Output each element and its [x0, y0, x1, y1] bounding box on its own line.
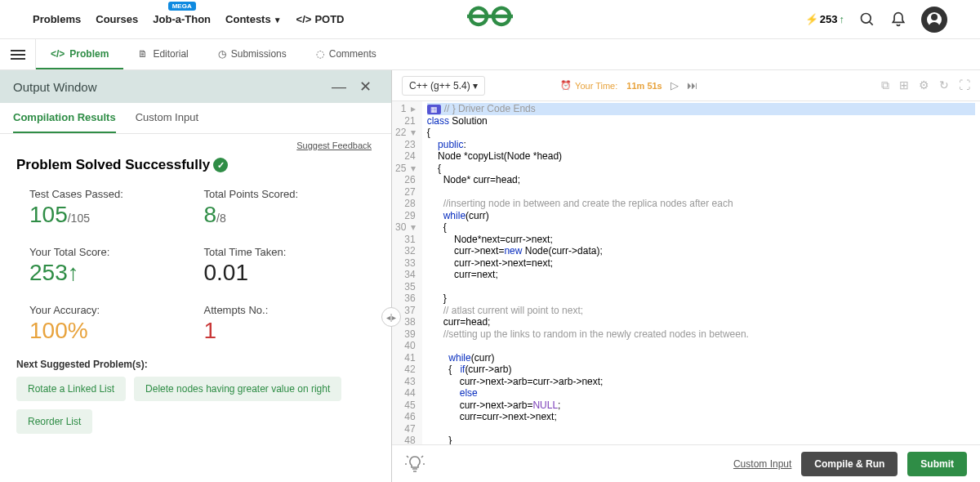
success-message: Problem Solved Successfully	[16, 157, 210, 173]
bell-icon[interactable]	[890, 11, 906, 28]
avatar[interactable]	[921, 7, 947, 33]
fullscreen-icon[interactable]: ⛶	[959, 78, 970, 92]
timer: ⏰ Your Time: 11m 51s ▷ ⏭	[560, 79, 697, 91]
svg-line-3	[407, 456, 408, 457]
copy-icon[interactable]: ⧉	[881, 78, 889, 92]
bolt-icon: ⚡	[805, 13, 818, 25]
play-icon[interactable]: ▷	[670, 79, 679, 91]
up-arrow-icon: ↑	[840, 13, 845, 25]
chevron-down-icon: ▼	[274, 16, 282, 25]
points-total: /8	[216, 212, 226, 225]
accuracy-value: 100%	[29, 318, 188, 344]
chip-rotate[interactable]: Rotate a Linked List	[16, 377, 126, 401]
submit-button[interactable]: Submit	[907, 452, 967, 476]
svg-line-2	[870, 21, 873, 25]
testcases-total: /105	[68, 212, 90, 225]
chip-reorder[interactable]: Reorder List	[16, 409, 92, 434]
subtab-custom-input[interactable]: Custom Input	[136, 103, 198, 133]
next-suggested-label: Next Suggested Problem(s):	[0, 349, 391, 377]
minimize-button[interactable]: —	[325, 78, 353, 96]
testcases-label: Test Cases Passed:	[29, 188, 188, 200]
compile-run-button[interactable]: Compile & Run	[801, 452, 898, 476]
tab-comments[interactable]: ◌Comments	[301, 39, 391, 69]
nav-contests[interactable]: Contests▼	[225, 13, 282, 25]
tab-editorial[interactable]: 🗎Editorial	[123, 39, 203, 69]
streak-value: 253	[820, 13, 838, 25]
up-arrow-icon: ↑	[68, 260, 79, 285]
svg-line-4	[421, 456, 423, 457]
tab-submissions[interactable]: ◷Submissions	[203, 39, 301, 69]
alarm-icon: ⏰	[560, 80, 572, 91]
mega-badge: MEGA	[168, 2, 196, 11]
hint-icon[interactable]	[405, 454, 425, 474]
accuracy-label: Your Accuracy:	[29, 304, 188, 316]
streak-counter[interactable]: ⚡ 253 ↑	[805, 13, 844, 25]
chat-icon: ◌	[316, 48, 324, 60]
subtab-compilation[interactable]: Compilation Results	[13, 103, 116, 133]
search-icon[interactable]	[859, 11, 875, 28]
attempts-label: Attempts No.:	[204, 304, 363, 316]
suggest-feedback-link[interactable]: Suggest Feedback	[0, 134, 391, 150]
svg-point-1	[862, 13, 871, 23]
code-icon: </>	[296, 13, 312, 25]
layout-icon[interactable]: ⊞	[899, 78, 909, 92]
nav-jobathon[interactable]: MEGA Job-a-Thon	[153, 13, 211, 25]
points-value: 8	[204, 202, 217, 227]
testcases-value: 105	[29, 202, 68, 227]
code-icon: </>	[51, 48, 65, 60]
attempts-value: 1	[204, 318, 363, 344]
close-button[interactable]: ✕	[353, 78, 378, 96]
language-select[interactable]: C++ (g++ 5.4) ▾	[402, 76, 485, 96]
nav-problems[interactable]: Problems	[33, 13, 81, 25]
clock-icon: ◷	[218, 48, 226, 60]
nav-potd[interactable]: </>POTD	[296, 13, 345, 25]
output-window-title: Output Window	[13, 80, 97, 94]
points-label: Total Points Scored:	[204, 188, 363, 200]
time-label: Total Time Taken:	[204, 246, 363, 258]
custom-input-link[interactable]: Custom Input	[733, 458, 791, 470]
time-value: 0.01	[204, 260, 363, 286]
timer-value: 11m 51s	[626, 81, 662, 91]
score-label: Your Total Score:	[29, 246, 188, 258]
gfg-logo[interactable]	[467, 6, 513, 33]
forward-icon[interactable]: ⏭	[687, 79, 697, 91]
hamburger-menu[interactable]	[0, 39, 36, 69]
refresh-icon[interactable]: ↻	[939, 78, 949, 92]
score-value: 253	[29, 260, 68, 285]
code-editor[interactable]: 1 ▸2122 ▾232425 ▾2627282930 ▾31323334353…	[392, 101, 980, 444]
resize-handle[interactable]: ◂|▸	[381, 307, 401, 327]
doc-icon: 🗎	[138, 48, 148, 60]
chip-delete-nodes[interactable]: Delete nodes having greater value on rig…	[134, 377, 341, 401]
settings-icon[interactable]: ⚙	[919, 78, 929, 92]
tab-problem[interactable]: </>Problem	[36, 39, 123, 69]
nav-courses[interactable]: Courses	[96, 13, 138, 25]
check-icon: ✓	[213, 158, 228, 172]
